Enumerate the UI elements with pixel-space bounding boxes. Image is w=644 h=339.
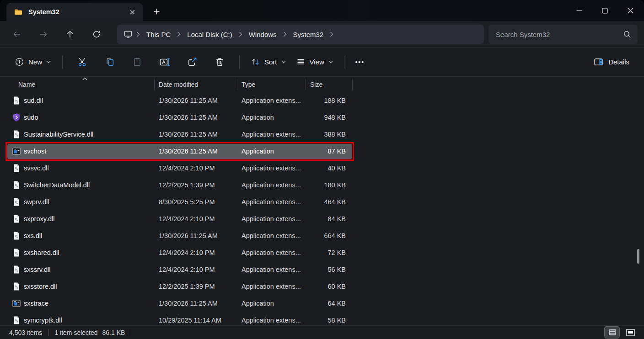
breadcrumb-item[interactable]: Windows xyxy=(246,29,279,40)
file-row[interactable]: swprv.dll8/30/2025 5:25 PMApplication ex… xyxy=(0,194,644,211)
breadcrumb-item[interactable]: System32 xyxy=(290,29,327,40)
search-icon[interactable] xyxy=(623,30,631,38)
file-type: Application extens... xyxy=(242,317,301,324)
refresh-button[interactable] xyxy=(88,26,105,43)
file-size: 188 KB xyxy=(298,97,346,104)
app-window-icon xyxy=(12,299,21,308)
column-header-size[interactable]: Size xyxy=(310,81,322,88)
minimize-button[interactable] xyxy=(566,0,592,21)
copy-icon xyxy=(105,57,115,67)
file-type-icon xyxy=(12,180,21,190)
monitor-icon[interactable] xyxy=(123,30,133,39)
file-row[interactable]: sxssrv.dll12/4/2024 2:10 PMApplication e… xyxy=(0,261,644,278)
toolbar-divider xyxy=(239,55,240,69)
maximize-button[interactable] xyxy=(592,0,617,21)
dll-page-icon xyxy=(12,282,21,291)
more-options-button[interactable]: ••• xyxy=(350,53,370,72)
column-header-name[interactable]: Name xyxy=(18,81,35,88)
ellipsis-icon: ••• xyxy=(355,58,365,66)
file-row[interactable]: svsvc.dll12/4/2024 2:10 PMApplication ex… xyxy=(0,160,644,177)
thumbnail-view-toggle[interactable] xyxy=(623,327,638,338)
delete-button[interactable] xyxy=(209,53,230,72)
details-pane-icon xyxy=(593,57,604,67)
file-explorer-window: System32 xyxy=(0,0,644,339)
cut-button[interactable] xyxy=(72,53,93,72)
file-type: Application extens... xyxy=(242,283,301,290)
file-date-modified: 1/30/2026 11:25 AM xyxy=(159,114,218,121)
rename-icon xyxy=(159,57,170,68)
dll-page-icon xyxy=(12,265,21,274)
column-header-date[interactable]: Date modified xyxy=(159,81,198,88)
file-name: svchost xyxy=(24,148,46,155)
chevron-right-icon[interactable] xyxy=(330,32,333,37)
file-type: Application extens... xyxy=(242,249,301,256)
file-date-modified: 12/2/2025 1:39 PM xyxy=(159,283,215,290)
file-date-modified: 1/30/2026 11:25 AM xyxy=(159,97,218,104)
column-divider[interactable] xyxy=(237,79,237,90)
chevron-right-icon[interactable] xyxy=(283,32,287,37)
file-row[interactable]: sxproxy.dll12/4/2024 2:10 PMApplication … xyxy=(0,211,644,228)
file-type-icon xyxy=(12,316,21,325)
column-header-type[interactable]: Type xyxy=(242,81,255,88)
tab-close-icon[interactable] xyxy=(125,5,139,18)
breadcrumb-item[interactable]: This PC xyxy=(144,29,173,40)
chevron-right-icon[interactable] xyxy=(136,32,140,37)
selection-size: 86.1 KB xyxy=(102,329,125,336)
file-row[interactable]: sud.dll1/30/2026 11:25 AMApplication ext… xyxy=(0,92,644,109)
column-divider[interactable] xyxy=(306,79,306,90)
search-placeholder: Search System32 xyxy=(496,31,623,38)
file-row[interactable]: sudo1/30/2026 11:25 AMApplication948 KB xyxy=(0,109,644,126)
file-row[interactable]: svchost1/30/2026 11:25 AMApplication87 K… xyxy=(0,143,644,160)
vertical-scrollbar-thumb[interactable] xyxy=(637,249,639,264)
column-divider[interactable] xyxy=(154,79,155,90)
file-type: Application xyxy=(242,148,274,155)
file-size: 464 KB xyxy=(298,198,346,206)
rename-button[interactable] xyxy=(154,53,175,72)
file-row[interactable]: sxsstore.dll12/2/2025 1:39 PMApplication… xyxy=(0,278,644,295)
file-type-icon xyxy=(12,164,21,173)
up-button[interactable] xyxy=(61,26,79,43)
search-input[interactable]: Search System32 xyxy=(488,25,638,44)
file-type: Application extens... xyxy=(242,181,301,189)
file-size: 72 KB xyxy=(298,249,346,256)
copy-button[interactable] xyxy=(99,53,120,72)
chevron-right-icon[interactable] xyxy=(239,32,242,37)
shield-icon xyxy=(12,113,21,122)
file-name: symcryptk.dll xyxy=(24,317,62,324)
details-pane-button[interactable]: Details xyxy=(588,53,635,71)
command-toolbar: New Sort View xyxy=(0,48,644,77)
file-row[interactable]: SustainabilityService.dll1/30/2026 11:25… xyxy=(0,126,644,143)
chevron-right-icon[interactable] xyxy=(177,32,181,37)
share-button[interactable] xyxy=(182,53,203,72)
file-type: Application extens... xyxy=(242,131,301,138)
new-tab-button[interactable] xyxy=(149,5,164,18)
app-window-icon xyxy=(12,147,21,156)
file-row[interactable]: SwitcherDataModel.dll12/2/2025 1:39 PMAp… xyxy=(0,177,644,194)
paste-button[interactable] xyxy=(127,53,148,72)
view-button[interactable]: View xyxy=(291,53,338,71)
new-button[interactable]: New xyxy=(9,53,56,71)
file-size: 40 KB xyxy=(298,164,346,172)
status-divider xyxy=(48,329,48,336)
file-row[interactable]: sxstrace1/30/2026 11:25 AMApplication64 … xyxy=(0,295,644,312)
file-type-icon xyxy=(12,113,21,122)
sort-arrows-icon xyxy=(251,57,260,67)
sort-button-label: Sort xyxy=(264,58,277,66)
file-row[interactable]: sxshared.dll12/4/2024 2:10 PMApplication… xyxy=(0,244,644,261)
sort-button[interactable]: Sort xyxy=(246,53,291,71)
forward-button[interactable] xyxy=(35,26,52,43)
back-button[interactable] xyxy=(8,26,26,43)
explorer-tab[interactable]: System32 xyxy=(6,3,143,21)
file-row[interactable]: symcryptk.dll10/29/2025 11:14 AMApplicat… xyxy=(0,312,644,325)
item-count: 4,503 items xyxy=(9,329,42,336)
file-name: swprv.dll xyxy=(24,198,49,206)
dll-page-icon xyxy=(12,180,21,190)
breadcrumb-item[interactable]: Local Disk (C:) xyxy=(184,29,235,40)
file-row[interactable]: sxs.dll1/30/2026 11:25 AMApplication ext… xyxy=(0,228,644,244)
column-divider[interactable] xyxy=(352,79,353,90)
close-button[interactable] xyxy=(617,0,643,21)
details-view-toggle[interactable] xyxy=(605,327,619,338)
thumbnail-view-icon xyxy=(626,329,635,336)
share-icon xyxy=(187,57,198,67)
file-type-icon xyxy=(12,282,21,291)
